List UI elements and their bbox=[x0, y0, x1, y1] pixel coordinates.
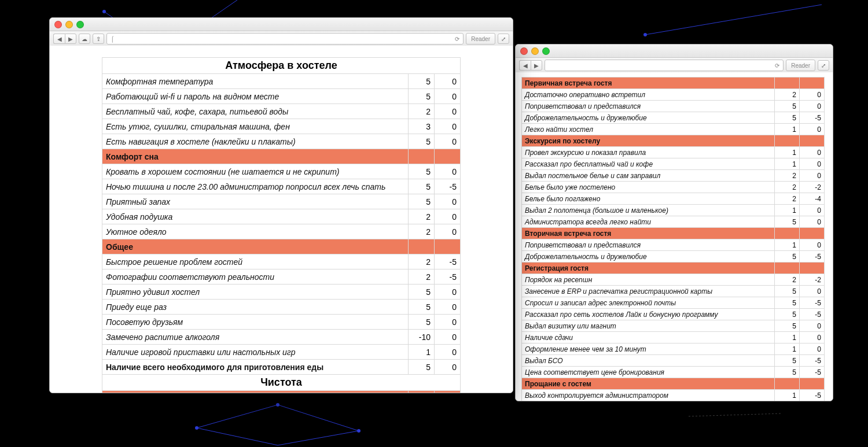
table-row: Белье было поглажено2-4 bbox=[522, 193, 825, 205]
svg-point-2 bbox=[643, 33, 647, 36]
row-score-b: 0 bbox=[435, 300, 461, 315]
row-score-b: 0 bbox=[435, 164, 461, 179]
row-score-b: 0 bbox=[435, 360, 461, 375]
row-label: Комфортная температура bbox=[102, 74, 409, 89]
address-bar[interactable]: ⟳ bbox=[545, 60, 784, 71]
row-label: Доброжелательность и дружелюбие bbox=[522, 112, 775, 124]
row-score-b: -4 bbox=[800, 193, 825, 205]
zoom-icon[interactable] bbox=[76, 21, 84, 28]
row-score-a: 3 bbox=[409, 119, 435, 134]
row-score-a: 5 bbox=[775, 320, 800, 332]
fullscreen-button[interactable]: ⤢ bbox=[498, 34, 509, 44]
row-score-b: 0 bbox=[800, 124, 825, 135]
row-score-b: -5 bbox=[800, 355, 825, 367]
close-icon[interactable] bbox=[520, 47, 528, 55]
table-section: Первичная встреча гостя bbox=[522, 77, 825, 89]
table-row: Наличие сдачи10 bbox=[522, 332, 825, 343]
row-score-b: 0 bbox=[435, 104, 461, 119]
back-button[interactable]: ◀ bbox=[53, 34, 65, 44]
table-row: Работающий wi-fi и пароль на видном мест… bbox=[102, 89, 461, 104]
table-row: Цена соответствует цене бронирования5-5 bbox=[522, 367, 825, 378]
table-row: Доброжелательность и дружелюбие5-5 bbox=[522, 251, 825, 263]
close-icon[interactable] bbox=[54, 21, 62, 28]
checklist-table-1: Атмосфера в хостелеКомфортная температур… bbox=[102, 57, 461, 393]
row-label: Выдал БСО bbox=[522, 355, 775, 367]
reader-button[interactable]: Reader bbox=[466, 33, 495, 45]
row-label: Достаточно оперативно встретил bbox=[522, 89, 775, 101]
row-label: Фотографии соответствуют реальности bbox=[102, 269, 409, 285]
row-score-b: 0 bbox=[800, 320, 825, 332]
table-heading: Чистота bbox=[102, 375, 461, 391]
row-score-b: 0 bbox=[800, 147, 825, 158]
row-label: Уютное одеяло bbox=[102, 224, 409, 239]
table-heading: Атмосфера в хостеле bbox=[102, 58, 461, 74]
row-score-a: 5 bbox=[775, 112, 800, 124]
back-button[interactable]: ◀ bbox=[519, 60, 531, 71]
reload-icon[interactable]: ⟳ bbox=[455, 36, 459, 42]
row-score-a: 5 bbox=[409, 164, 435, 179]
row-score-a: 5 bbox=[409, 315, 435, 330]
table-row: Спросил и записал адрес электронной почт… bbox=[522, 297, 825, 309]
svg-point-5 bbox=[357, 429, 361, 433]
table-row: Поприветствовал и представился10 bbox=[522, 239, 825, 251]
row-score-b: 0 bbox=[435, 194, 461, 209]
row-score-b: 0 bbox=[435, 89, 461, 104]
share-button[interactable]: ⇪ bbox=[93, 34, 104, 44]
table-row: Комфортная температура50 bbox=[102, 74, 461, 89]
row-label: Белье было уже постелено bbox=[522, 182, 775, 193]
row-score-a: -10 bbox=[409, 330, 435, 345]
table-row: Уютное одеяло20 bbox=[102, 224, 461, 239]
row-score-a: 1 bbox=[775, 390, 800, 401]
row-label: Выдал 2 полотенца (большое и маленькое) bbox=[522, 205, 775, 216]
row-label: Наличие игровой приставки или настольных… bbox=[102, 345, 409, 360]
svg-point-4 bbox=[276, 403, 279, 407]
table-row: Рассказал про сеть хостелов Лайк и бонус… bbox=[522, 309, 825, 320]
row-score-a: 1 bbox=[775, 158, 800, 170]
row-score-b: -5 bbox=[800, 309, 825, 320]
table-row: Выдал постельное белье и сам заправил20 bbox=[522, 170, 825, 182]
row-score-a: 1 bbox=[409, 345, 435, 360]
table-row: Наличие всего необходимого для приготовл… bbox=[102, 360, 461, 375]
row-label: Рассказал про бесплатный чай и кофе bbox=[522, 158, 775, 170]
row-score-a: 2 bbox=[409, 269, 435, 285]
minimize-icon[interactable] bbox=[531, 47, 539, 55]
row-label: Оформление менее чем за 10 минут bbox=[522, 343, 775, 355]
row-score-a: 1 bbox=[775, 205, 800, 216]
row-score-b: 0 bbox=[435, 74, 461, 89]
table-row: Порядок на ресепшн2-2 bbox=[522, 274, 825, 286]
row-score-b: 0 bbox=[800, 286, 825, 297]
row-score-b: -5 bbox=[800, 297, 825, 309]
table-row: Приятный запах50 bbox=[102, 194, 461, 209]
row-label: Приеду еще раз bbox=[102, 300, 409, 315]
minimize-icon[interactable] bbox=[65, 21, 73, 28]
forward-button[interactable]: ▶ bbox=[531, 60, 542, 71]
row-score-a: 1 bbox=[775, 343, 800, 355]
row-score-b: 0 bbox=[800, 216, 825, 228]
row-score-a: 5 bbox=[775, 355, 800, 367]
reload-icon[interactable]: ⟳ bbox=[775, 62, 779, 69]
fullscreen-button[interactable]: ⤢ bbox=[818, 60, 829, 71]
row-score-b: 0 bbox=[435, 315, 461, 330]
table-row: Доброжелательность и дружелюбие5-5 bbox=[522, 112, 825, 124]
row-score-a: 5 bbox=[409, 194, 435, 209]
row-score-a: 5 bbox=[409, 300, 435, 315]
row-label: Быстрое решение проблем гостей bbox=[102, 254, 409, 269]
reader-button[interactable]: Reader bbox=[786, 60, 815, 71]
row-score-b: -2 bbox=[800, 182, 825, 193]
row-score-b: 0 bbox=[800, 158, 825, 170]
zoom-icon[interactable] bbox=[542, 47, 550, 55]
forward-button[interactable]: ▶ bbox=[65, 34, 76, 44]
row-score-a: 2 bbox=[775, 193, 800, 205]
row-score-b: -5 bbox=[800, 251, 825, 263]
address-bar[interactable]: ⌠ ⟳ bbox=[106, 33, 464, 45]
row-label: Поприветствовал и представился bbox=[522, 101, 775, 112]
toolbar: ◀ ▶ ☁ ⇪ ⌠ ⟳ Reader ⤢ bbox=[50, 31, 513, 47]
row-score-b: -5 bbox=[435, 179, 461, 194]
icloud-button[interactable]: ☁ bbox=[79, 34, 90, 44]
row-score-b: 0 bbox=[800, 101, 825, 112]
row-score-b: 0 bbox=[435, 209, 461, 224]
row-label: Бесплатный чай, кофе, сахара, питьевой в… bbox=[102, 104, 409, 119]
row-score-b: 0 bbox=[800, 239, 825, 251]
row-label: Выдал постельное белье и сам заправил bbox=[522, 170, 775, 182]
row-label: Занесение в ERP и распечатка регистрацио… bbox=[522, 286, 775, 297]
